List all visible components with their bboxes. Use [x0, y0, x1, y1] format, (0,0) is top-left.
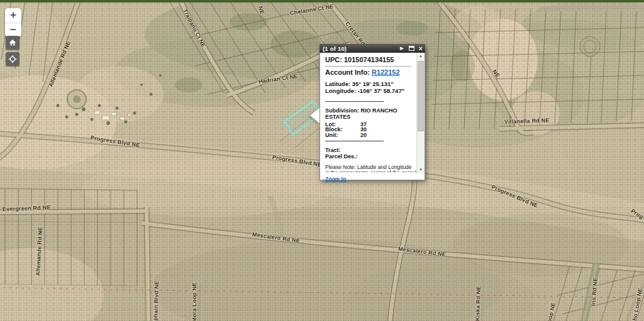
zoom-control: + −: [5, 8, 21, 37]
dashed-separator-2: -------------------------------: [325, 138, 416, 144]
unit-label: Unit:: [325, 133, 360, 138]
account-info-label: Account Info:: [325, 68, 372, 76]
locate-icon: [8, 55, 17, 63]
account-info-link[interactable]: R122152: [372, 68, 400, 76]
zoom-to-link[interactable]: Zoom to: [325, 176, 347, 182]
popup-pointer: [310, 108, 319, 123]
scrollbar-thumb[interactable]: [418, 61, 424, 131]
top-vegetation-strip: [0, 0, 644, 3]
next-result-button[interactable]: ▶: [400, 45, 403, 52]
locate-button[interactable]: [6, 52, 19, 66]
zoom-in-button[interactable]: +: [5, 8, 21, 23]
popup-content: UPC: 1015074134155 Account Info: R122152…: [320, 53, 416, 173]
parcel-info-popup: (1 of 10) ▶ × UPC: 1015074134155 Account…: [319, 44, 425, 180]
block-row: Block:30: [325, 127, 416, 132]
dashed-separator: -------------------------------: [325, 99, 416, 104]
parcel-des-label: Parcel Des.:: [325, 154, 416, 160]
zoom-out-button[interactable]: −: [5, 23, 21, 37]
close-button[interactable]: ×: [419, 45, 423, 52]
divider-line: [325, 66, 411, 67]
popup-body: UPC: 1015074134155 Account Info: R122152…: [319, 53, 425, 180]
map-canvas[interactable]: Traipano Ct NE NE Chelanne Ct NE Cretan …: [0, 0, 644, 321]
upc-value: UPC: 1015074134155: [325, 56, 416, 63]
popup-title: (1 of 10): [323, 45, 400, 52]
popup-titlebar: (1 of 10) ▶ ×: [319, 44, 425, 53]
maximize-icon: [409, 46, 414, 51]
longitude-value: Longitude: -106° 37' 58.747": [325, 87, 416, 94]
home-icon: [8, 38, 17, 47]
parcel-fields: Lot:37 Block:30 Unit:20: [325, 122, 416, 138]
maximize-button[interactable]: [409, 45, 419, 52]
home-button[interactable]: [6, 36, 19, 50]
unit-row: Unit:20: [325, 133, 416, 138]
popup-scrollbar[interactable]: ▲ ▼: [416, 53, 425, 173]
subdivision-value: Subdivision: RIO RANCHO ESTATES: [325, 108, 406, 120]
account-info-row: Account Info: R122152: [325, 68, 416, 76]
latitude-value: Latitude: 35° 19' 25.131": [325, 80, 416, 87]
scroll-down-arrow[interactable]: ▼: [417, 166, 425, 173]
scroll-up-arrow[interactable]: ▲: [417, 53, 425, 60]
popup-footer: Zoom to: [325, 172, 416, 179]
